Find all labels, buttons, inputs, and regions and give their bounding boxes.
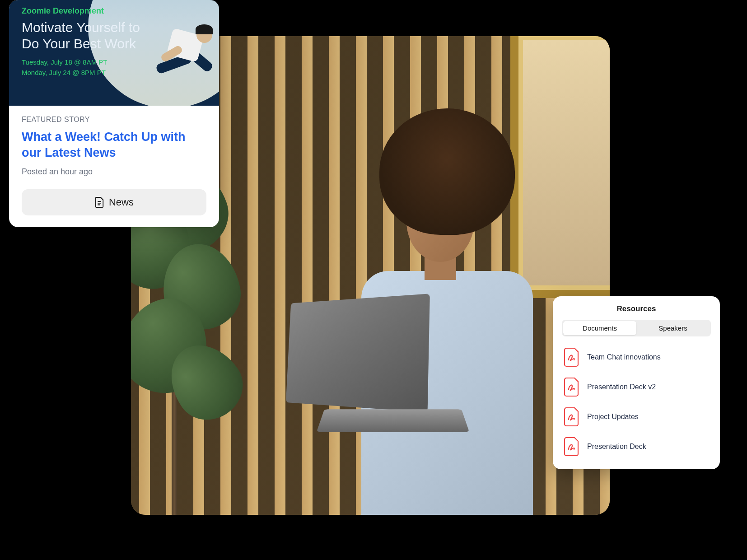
resources-tabs: Documents Speakers	[562, 320, 711, 336]
story-headline-link[interactable]: What a Week! Catch Up with our Latest Ne…	[22, 129, 206, 161]
resource-name: Team Chat innovations	[587, 353, 661, 361]
story-date: Tuesday, July 18 @ 8AM PT	[22, 57, 206, 68]
resources-title: Resources	[562, 304, 711, 313]
tab-documents[interactable]: Documents	[563, 321, 636, 335]
resource-item[interactable]: Team Chat innovations	[563, 347, 710, 367]
story-posted-time: Posted an hour ago	[22, 167, 206, 177]
story-date: Monday, July 24 @ 8PM PT	[22, 68, 206, 78]
document-icon	[94, 196, 104, 208]
resource-item[interactable]: Project Updates	[563, 407, 710, 427]
resource-name: Project Updates	[587, 413, 639, 421]
news-button[interactable]: News	[22, 189, 206, 215]
tab-speakers[interactable]: Speakers	[636, 321, 710, 335]
pdf-icon	[563, 437, 580, 457]
pdf-icon	[563, 347, 580, 367]
resource-list: Team Chat innovations Presentation Deck …	[562, 345, 711, 458]
resources-panel: Resources Documents Speakers Team Chat i…	[553, 296, 720, 469]
resource-item[interactable]: Presentation Deck	[563, 437, 710, 457]
featured-story-card: Zoomie Development Motivate Yourself to …	[9, 0, 219, 227]
pdf-icon	[563, 407, 580, 427]
story-dates: Tuesday, July 18 @ 8AM PT Monday, July 2…	[22, 57, 206, 78]
story-hero: Zoomie Development Motivate Yourself to …	[9, 0, 219, 106]
story-hero-title: Motivate Yourself to Do Your Best Work	[22, 19, 153, 52]
resource-item[interactable]: Presentation Deck v2	[563, 377, 710, 397]
story-brand: Zoomie Development	[22, 6, 206, 16]
resource-name: Presentation Deck	[587, 443, 646, 451]
featured-label: FEATURED STORY	[22, 116, 206, 124]
resource-name: Presentation Deck v2	[587, 383, 656, 391]
pdf-icon	[563, 377, 580, 397]
news-button-label: News	[109, 196, 134, 208]
